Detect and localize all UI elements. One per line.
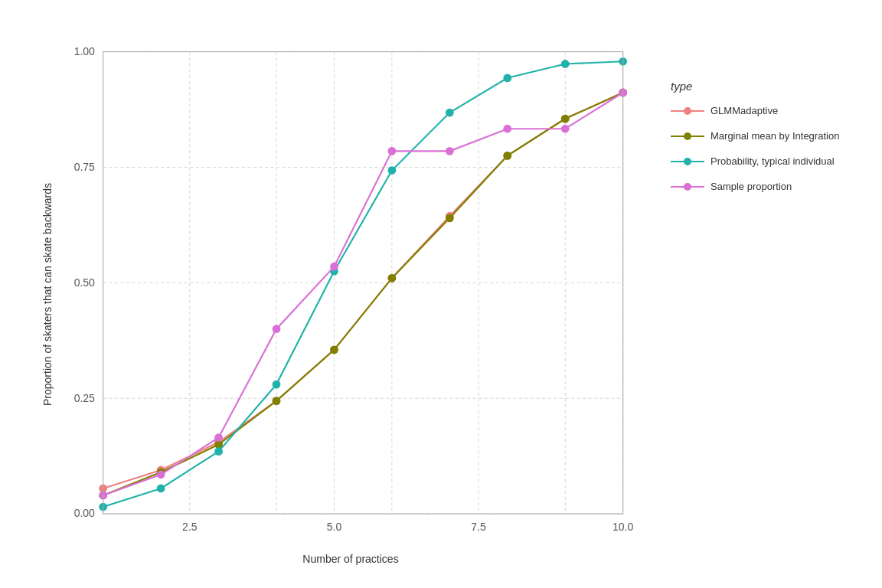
dot-prob-9 (561, 60, 570, 68)
dot-sample-5 (330, 263, 338, 271)
dot-sample-7 (446, 147, 454, 155)
chart-container: Proportion of skaters that can skate bac… (20, 18, 862, 570)
legend-label-sample: Sample proportion (710, 181, 792, 192)
dot-sample-8 (503, 125, 511, 133)
svg-area: 0.00 0.25 0.50 0.75 1.00 2.5 5.0 7.5 10.… (54, 34, 648, 548)
dot-prob-3 (214, 447, 223, 456)
legend-item-glmm: GLMMadaptive (671, 105, 847, 116)
svg-text:0.75: 0.75 (74, 161, 95, 173)
svg-text:2.5: 2.5 (182, 521, 198, 533)
svg-text:1.00: 1.00 (74, 45, 95, 57)
legend-label-glmm: GLMMadaptive (710, 105, 778, 116)
dot-marginal-5 (330, 345, 338, 354)
legend-item-probability: Probability, typical individual (671, 155, 847, 167)
svg-text:0.25: 0.25 (74, 392, 95, 404)
chart-svg: 0.00 0.25 0.50 0.75 1.00 2.5 5.0 7.5 10.… (54, 34, 648, 548)
svg-text:0.50: 0.50 (74, 276, 95, 289)
y-axis-label: Proportion of skaters that can skate bac… (35, 34, 54, 554)
dot-marginal-7 (446, 214, 454, 222)
x-axis-label: Number of practices (54, 548, 648, 565)
dot-marginal-4 (273, 397, 281, 405)
legend-item-marginal: Marginal mean by Integration (671, 130, 847, 142)
legend-label-probability: Probability, typical individual (710, 155, 835, 167)
dot-prob-7 (446, 109, 454, 117)
svg-text:10.0: 10.0 (612, 521, 633, 533)
svg-text:7.5: 7.5 (471, 521, 486, 533)
dot-prob-8 (503, 74, 511, 82)
dot-marginal-9 (561, 115, 570, 123)
dot-sample-6 (388, 147, 397, 155)
legend-item-sample: Sample proportion (671, 181, 847, 192)
svg-text:5.0: 5.0 (327, 521, 342, 533)
dot-marginal-6 (388, 274, 397, 283)
legend-title: type (671, 80, 847, 93)
dot-sample-2 (157, 470, 165, 479)
dot-sample-3 (214, 433, 223, 442)
legend-label-marginal: Marginal mean by Integration (710, 130, 839, 142)
dot-sample-9 (561, 125, 570, 133)
dot-sample-4 (273, 325, 281, 333)
dot-prob-4 (273, 381, 281, 389)
plot-inner: 0.00 0.25 0.50 0.75 1.00 2.5 5.0 7.5 10.… (54, 34, 648, 554)
svg-text:0.00: 0.00 (74, 507, 95, 519)
dot-prob-2 (157, 485, 165, 493)
dot-prob-6 (388, 166, 397, 175)
legend-area: type GLMMadaptive Marginal mean by Integ… (648, 34, 847, 206)
plot-with-yaxis: Proportion of skaters that can skate bac… (35, 34, 648, 554)
dot-marginal-8 (503, 152, 511, 160)
